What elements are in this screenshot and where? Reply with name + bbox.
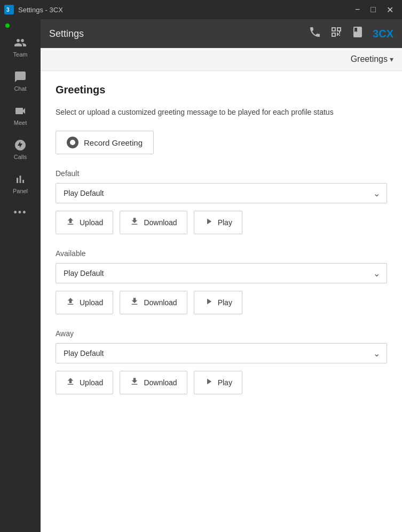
phone-icon[interactable] bbox=[309, 26, 321, 42]
sidebar-more[interactable]: ••• bbox=[0, 201, 41, 225]
record-icon bbox=[67, 137, 78, 148]
greetings-dropdown-label: Greetings bbox=[351, 54, 388, 64]
default-play-button[interactable]: Play bbox=[194, 211, 242, 234]
main-content: Greetings Select or upload a customized … bbox=[41, 71, 402, 532]
sidebar-chat-label: Chat bbox=[14, 85, 26, 92]
away-download-icon bbox=[130, 377, 139, 388]
sidebar-item-calls[interactable]: Calls bbox=[0, 132, 41, 166]
available-upload-icon bbox=[66, 297, 75, 308]
available-play-icon bbox=[204, 297, 214, 308]
default-select-wrapper: Play Default ⌄ bbox=[56, 183, 387, 203]
titlebar: 3 Settings - 3CX − □ ✕ bbox=[0, 0, 402, 19]
titlebar-left: 3 Settings - 3CX bbox=[4, 5, 63, 14]
panel-icon bbox=[14, 173, 27, 186]
calls-icon bbox=[14, 139, 27, 152]
away-upload-button[interactable]: Upload bbox=[56, 371, 113, 394]
header-title: Settings bbox=[49, 28, 84, 39]
section-away-label: Away bbox=[56, 329, 387, 338]
sidebar-team-label: Team bbox=[13, 51, 28, 58]
greetings-dropdown[interactable]: Greetings ▾ bbox=[351, 54, 393, 64]
away-download-button[interactable]: Download bbox=[120, 371, 187, 394]
available-action-buttons: Upload Download Play bbox=[56, 291, 387, 314]
qr-icon[interactable] bbox=[330, 26, 343, 42]
sidebar-item-team[interactable]: Team bbox=[0, 30, 41, 64]
description: Select or upload a customized greeting m… bbox=[56, 107, 387, 118]
sidebar-meet-label: Meet bbox=[14, 120, 27, 126]
record-greeting-button[interactable]: Record Greeting bbox=[56, 131, 154, 154]
content-wrapper: Settings 3CX Greetings ▾ bbox=[41, 19, 402, 532]
default-action-buttons: Upload Download Play bbox=[56, 211, 387, 234]
away-download-label: Download bbox=[144, 378, 177, 387]
close-button[interactable]: ✕ bbox=[382, 4, 398, 16]
sidebar: Team Chat Meet Calls bbox=[0, 19, 41, 532]
download-icon bbox=[130, 217, 139, 228]
default-upload-button[interactable]: Upload bbox=[56, 211, 113, 234]
default-select[interactable]: Play Default bbox=[56, 184, 387, 203]
sidebar-calls-label: Calls bbox=[14, 154, 27, 160]
section-available-label: Available bbox=[56, 249, 387, 258]
section-default: Default Play Default ⌄ Upload bbox=[56, 169, 387, 234]
brand-label: 3CX bbox=[373, 28, 393, 40]
chat-icon bbox=[14, 70, 27, 83]
meet-icon bbox=[14, 105, 27, 117]
svg-text:3: 3 bbox=[6, 7, 10, 13]
sidebar-panel-label: Panel bbox=[13, 188, 28, 194]
upload-icon bbox=[66, 217, 75, 228]
greetings-bar: Greetings ▾ bbox=[41, 48, 402, 71]
default-play-label: Play bbox=[218, 218, 232, 227]
record-dot bbox=[70, 140, 75, 145]
play-icon bbox=[204, 217, 214, 228]
available-download-button[interactable]: Download bbox=[120, 291, 187, 314]
window-title: Settings - 3CX bbox=[18, 6, 63, 14]
away-action-buttons: Upload Download Play bbox=[56, 371, 387, 394]
team-icon bbox=[14, 36, 27, 49]
available-select[interactable]: Play Default bbox=[56, 264, 387, 283]
section-default-label: Default bbox=[56, 169, 387, 178]
default-upload-label: Upload bbox=[80, 218, 103, 227]
away-upload-icon bbox=[66, 377, 75, 388]
default-download-button[interactable]: Download bbox=[120, 211, 187, 234]
available-upload-button[interactable]: Upload bbox=[56, 291, 113, 314]
available-download-label: Download bbox=[144, 298, 177, 307]
available-play-button[interactable]: Play bbox=[194, 291, 242, 314]
away-select[interactable]: Play Default bbox=[56, 344, 387, 363]
minimize-button[interactable]: − bbox=[351, 4, 364, 16]
book-icon[interactable] bbox=[351, 26, 364, 42]
more-label: ••• bbox=[14, 207, 27, 218]
available-play-label: Play bbox=[218, 298, 232, 307]
greetings-chevron-icon: ▾ bbox=[390, 55, 393, 63]
available-download-icon bbox=[130, 297, 139, 308]
available-select-wrapper: Play Default ⌄ bbox=[56, 263, 387, 283]
app-logo: 3 bbox=[4, 5, 14, 14]
page-heading: Greetings bbox=[56, 84, 387, 96]
record-greeting-label: Record Greeting bbox=[84, 138, 143, 147]
maximize-button[interactable]: □ bbox=[366, 4, 380, 16]
section-away: Away Play Default ⌄ Upload bbox=[56, 329, 387, 394]
available-upload-label: Upload bbox=[80, 298, 103, 307]
sidebar-item-chat[interactable]: Chat bbox=[0, 64, 41, 98]
default-download-label: Download bbox=[144, 218, 177, 227]
sidebar-item-panel[interactable]: Panel bbox=[0, 166, 41, 201]
header-icons: 3CX bbox=[309, 26, 393, 42]
sidebar-item-meet[interactable]: Meet bbox=[0, 98, 41, 132]
away-play-icon bbox=[204, 377, 214, 388]
header: Settings 3CX bbox=[41, 19, 402, 48]
away-play-label: Play bbox=[218, 378, 232, 387]
app-layout: Team Chat Meet Calls bbox=[0, 19, 402, 532]
away-select-wrapper: Play Default ⌄ bbox=[56, 343, 387, 363]
section-available: Available Play Default ⌄ Upload bbox=[56, 249, 387, 314]
window-controls: − □ ✕ bbox=[351, 4, 398, 16]
status-indicator bbox=[5, 23, 10, 28]
away-play-button[interactable]: Play bbox=[194, 371, 242, 394]
away-upload-label: Upload bbox=[80, 378, 103, 387]
